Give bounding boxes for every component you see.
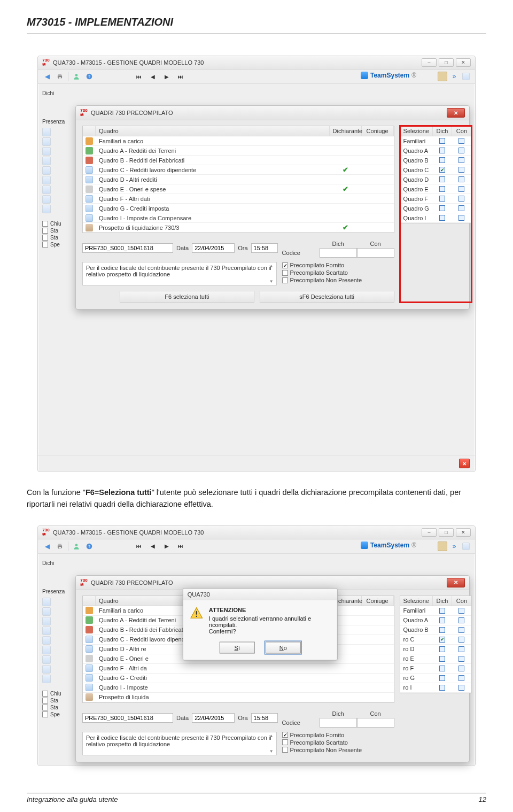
tool-3-icon[interactable]	[461, 72, 471, 81]
minimize-button[interactable]: –	[422, 58, 437, 67]
time-input[interactable]	[251, 713, 278, 723]
con-checkbox[interactable]	[458, 675, 464, 681]
selection-row[interactable]: Quadro D	[400, 175, 471, 184]
grid-row[interactable]: Prospetto di liquida	[83, 693, 394, 702]
grid-row[interactable]: Quadro B - Redditi dei Fabbricati	[83, 156, 394, 165]
sidebar-quadro-icon[interactable]	[42, 147, 51, 156]
selection-row[interactable]: Quadro G	[400, 204, 471, 213]
tool-2-icon[interactable]: »	[449, 542, 459, 551]
inner-close-button[interactable]: ✕	[447, 108, 465, 118]
selection-row[interactable]: Familiari	[400, 606, 471, 616]
selection-row[interactable]: ro G	[400, 674, 471, 683]
tool-1-icon[interactable]	[438, 542, 447, 551]
dich-checkbox[interactable]	[439, 148, 445, 153]
dich-checkbox[interactable]	[439, 176, 445, 182]
precomp-check-item[interactable]: Precompilato Non Presente	[282, 277, 394, 283]
sidebar-quadro-icon[interactable]	[42, 646, 51, 654]
selection-row[interactable]: ro F	[400, 664, 471, 674]
select-all-button[interactable]: F6 seleziona tutti	[120, 291, 254, 303]
codice-con-input[interactable]	[357, 248, 394, 258]
sidebar-quadro-icon[interactable]	[42, 157, 51, 165]
dich-checkbox[interactable]	[439, 646, 445, 652]
file-input[interactable]	[82, 243, 173, 253]
scroll-down-icon[interactable]: ▼	[268, 749, 275, 754]
precomp-check-item[interactable]: Precompilato Non Presente	[282, 747, 394, 753]
con-checkbox[interactable]	[458, 157, 464, 163]
selection-row[interactable]: ro C ✔	[400, 635, 471, 645]
con-checkbox[interactable]	[458, 205, 464, 211]
con-checkbox[interactable]	[458, 666, 464, 671]
con-checkbox[interactable]	[458, 627, 464, 633]
con-checkbox[interactable]	[458, 617, 464, 623]
print-icon[interactable]	[55, 72, 65, 81]
codice-dich-input[interactable]	[320, 248, 357, 258]
no-button[interactable]: No	[266, 641, 301, 653]
sidebar-quadro-icon[interactable]	[42, 137, 51, 146]
dich-checkbox[interactable]	[439, 138, 445, 144]
footer-close-button[interactable]: ✕	[459, 459, 470, 468]
prev-button[interactable]: ◀	[149, 542, 157, 551]
left-check-item[interactable]: Sta	[42, 705, 74, 710]
back-icon[interactable]: ◀	[42, 542, 52, 551]
user-icon[interactable]	[72, 72, 81, 81]
left-check-item[interactable]: Sta	[42, 228, 74, 234]
con-checkbox[interactable]	[458, 215, 464, 221]
selection-row[interactable]: Familiari	[400, 136, 471, 146]
scroll-up-icon[interactable]: ▲	[268, 733, 275, 738]
back-icon[interactable]: ◀	[42, 72, 52, 81]
grid-row[interactable]: Quadro E - Oneri e spese ✔	[83, 184, 394, 194]
file-input[interactable]	[82, 713, 173, 723]
dich-checkbox[interactable]: ✔	[439, 167, 445, 173]
left-check-item[interactable]: Chiu	[42, 221, 74, 227]
dich-checkbox[interactable]	[439, 656, 445, 662]
dich-checkbox[interactable]	[439, 186, 445, 192]
info-textbox[interactable]: Per il codice fiscale del contribuente p…	[82, 262, 277, 285]
precomp-check-item[interactable]: Precompilato Fornito	[282, 732, 394, 738]
scroll-up-icon[interactable]: ▲	[268, 264, 275, 268]
grid-row[interactable]: Quadro C - Redditi lavoro dipendente ✔	[83, 165, 394, 175]
dich-checkbox[interactable]	[439, 205, 445, 211]
con-checkbox[interactable]	[458, 148, 464, 153]
grid-row[interactable]: Prospetto di liquidazione 730/3 ✔	[83, 223, 394, 233]
sidebar-quadro-icon[interactable]	[42, 205, 51, 213]
grid-row[interactable]: Quadro I - Imposte da Compensare	[83, 213, 394, 223]
time-input[interactable]	[251, 243, 278, 253]
left-check-item[interactable]: Spe	[42, 712, 74, 717]
sidebar-quadro-icon[interactable]	[42, 176, 51, 184]
sidebar-quadro-icon[interactable]	[42, 636, 51, 645]
con-checkbox[interactable]	[458, 656, 464, 662]
grid-row[interactable]: Quadro G - Crediti imposta	[83, 204, 394, 213]
con-checkbox[interactable]	[458, 685, 464, 691]
selection-row[interactable]: Quadro F	[400, 194, 471, 204]
precomp-check-item[interactable]: Precompilato Scartato	[282, 269, 394, 276]
selection-row[interactable]: Quadro A	[400, 616, 471, 625]
yes-button[interactable]: Sì	[220, 641, 255, 653]
precomp-check-item[interactable]: Precompilato Scartato	[282, 739, 394, 746]
grid-row[interactable]: Quadro A - Redditi dei Terreni	[83, 146, 394, 156]
next-button[interactable]: ▶	[162, 72, 171, 81]
window-close-button[interactable]: ✕	[456, 58, 471, 67]
scroll-down-icon[interactable]: ▼	[268, 279, 275, 284]
grid-row[interactable]: Quadro D - Altri redditi	[83, 175, 394, 184]
dich-checkbox[interactable]: ✔	[439, 637, 445, 643]
first-button[interactable]: ⏮	[135, 72, 143, 81]
window-close-button[interactable]: ✕	[456, 528, 471, 537]
minimize-button[interactable]: –	[422, 528, 437, 537]
info-textbox[interactable]: Per il codice fiscale del contribuente p…	[82, 732, 277, 755]
sidebar-quadro-icon[interactable]	[42, 166, 51, 175]
con-checkbox[interactable]	[458, 196, 464, 202]
last-button[interactable]: ⏭	[176, 72, 185, 81]
date-input[interactable]	[192, 713, 235, 723]
selection-row[interactable]: Quadro B	[400, 625, 471, 635]
tool-3-icon[interactable]	[461, 542, 471, 551]
inner-close-button[interactable]: ✕	[447, 578, 465, 587]
dich-checkbox[interactable]	[439, 608, 445, 614]
selection-row[interactable]: Quadro B	[400, 156, 471, 165]
maximize-button[interactable]: □	[439, 58, 454, 67]
help-icon[interactable]: ?	[84, 72, 94, 81]
next-button[interactable]: ▶	[162, 542, 171, 551]
deselect-all-button[interactable]: sF6 Deseleziona tutti	[260, 291, 394, 303]
sidebar-quadro-icon[interactable]	[42, 655, 51, 664]
con-checkbox[interactable]	[458, 637, 464, 643]
date-input[interactable]	[192, 243, 235, 253]
